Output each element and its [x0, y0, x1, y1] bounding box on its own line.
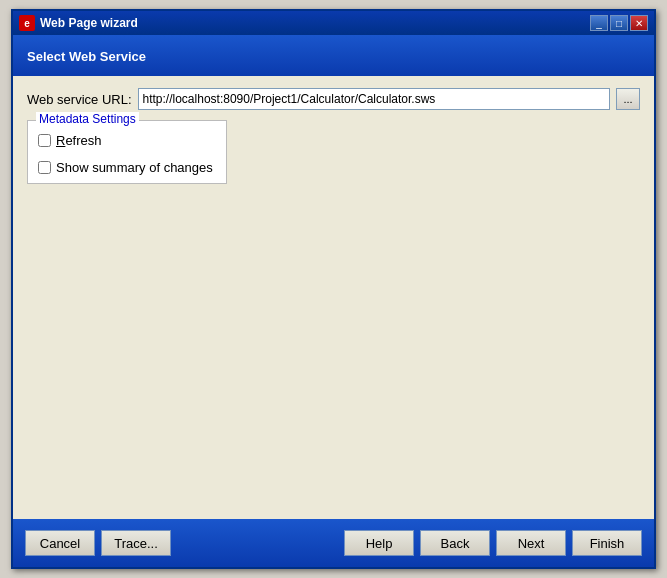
refresh-checkbox[interactable]: [38, 134, 51, 147]
refresh-label: Refresh: [56, 133, 102, 148]
footer-area: Cancel Trace... Help Back Next Finish: [13, 519, 654, 567]
footer-left: Cancel Trace...: [25, 530, 171, 556]
metadata-title: Metadata Settings: [36, 112, 139, 126]
footer-right: Help Back Next Finish: [344, 530, 642, 556]
summary-checkbox[interactable]: [38, 161, 51, 174]
cancel-button[interactable]: Cancel: [25, 530, 95, 556]
window-title: Web Page wizard: [40, 16, 138, 30]
minimize-button[interactable]: _: [590, 15, 608, 31]
metadata-section: Metadata Settings Refresh Show summary o…: [27, 120, 227, 184]
summary-checkbox-row: Show summary of changes: [38, 160, 216, 175]
close-button[interactable]: ✕: [630, 15, 648, 31]
maximize-button[interactable]: □: [610, 15, 628, 31]
url-row: Web service URL: ...: [27, 88, 640, 110]
url-input[interactable]: [138, 88, 610, 110]
main-window: e Web Page wizard _ □ ✕ Select Web Servi…: [11, 9, 656, 569]
app-icon: e: [19, 15, 35, 31]
browse-button[interactable]: ...: [616, 88, 640, 110]
header-bar: Select Web Service: [13, 35, 654, 76]
page-title: Select Web Service: [27, 49, 146, 64]
title-bar: e Web Page wizard _ □ ✕: [13, 11, 654, 35]
help-button[interactable]: Help: [344, 530, 414, 556]
finish-button[interactable]: Finish: [572, 530, 642, 556]
refresh-checkbox-row: Refresh: [38, 133, 216, 148]
url-label: Web service URL:: [27, 92, 132, 107]
trace-button[interactable]: Trace...: [101, 530, 171, 556]
back-button[interactable]: Back: [420, 530, 490, 556]
title-bar-left: e Web Page wizard: [19, 15, 138, 31]
summary-label: Show summary of changes: [56, 160, 213, 175]
main-content-area: [27, 194, 640, 507]
next-button[interactable]: Next: [496, 530, 566, 556]
title-buttons: _ □ ✕: [590, 15, 648, 31]
content-area: Web service URL: ... Metadata Settings R…: [13, 76, 654, 519]
